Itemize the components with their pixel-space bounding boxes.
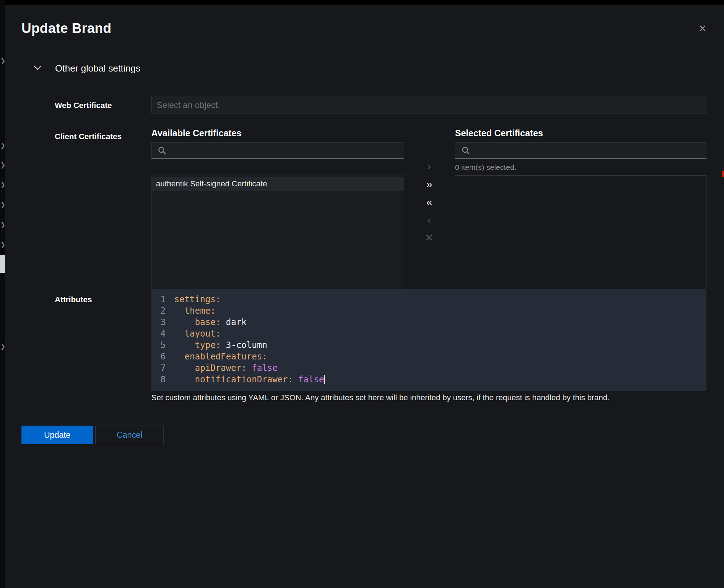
yaml-value: 3-column <box>221 340 267 350</box>
update-button[interactable]: Update <box>21 426 93 444</box>
sidebar-chevron-icon: ❯ <box>0 222 5 228</box>
cancel-button[interactable]: Cancel <box>96 426 163 444</box>
selected-certificates-title: Selected Certificates <box>455 128 706 139</box>
chevron-right-icon: › <box>427 160 431 172</box>
sidebar-chevron-icon: ❯ <box>0 343 5 349</box>
clear-selection-button[interactable]: ✕ <box>411 229 447 247</box>
chevron-down-icon <box>34 65 41 72</box>
sidebar-chevron-icon: ❯ <box>0 58 5 64</box>
clear-icon: ✕ <box>425 232 434 244</box>
line-number: 5 <box>156 339 166 351</box>
line-number: 6 <box>156 351 166 362</box>
yaml-key: settings: <box>174 294 221 304</box>
line-number: 7 <box>156 362 166 374</box>
selected-search-input[interactable] <box>455 142 706 159</box>
double-chevron-right-icon: » <box>426 178 432 190</box>
close-button[interactable]: ✕ <box>695 21 710 36</box>
web-certificate-input[interactable] <box>151 97 706 113</box>
yaml-value: false <box>246 363 278 373</box>
text-cursor <box>324 375 325 384</box>
sidebar-chevron-icon: ❯ <box>0 202 5 208</box>
line-number: 3 <box>156 317 166 328</box>
code-line: 3 base: dark <box>156 317 706 328</box>
yaml-key: theme: <box>174 306 216 316</box>
chevron-left-icon: ‹ <box>427 214 431 226</box>
yaml-key: apiDrawer: <box>174 363 246 373</box>
line-number: 1 <box>156 294 166 305</box>
line-number: 4 <box>156 328 166 339</box>
client-certificates-label: Client Certificates <box>55 132 122 141</box>
code-line: 2 theme: <box>156 305 706 317</box>
add-selected-button[interactable]: › <box>411 157 447 175</box>
attributes-help-text: Set custom attributes using YAML or JSON… <box>151 393 704 403</box>
yaml-key: layout: <box>174 329 221 339</box>
attributes-label: Attributes <box>55 295 92 304</box>
yaml-value: false <box>293 374 324 384</box>
code-line: 7 apiDrawer: false <box>156 362 706 374</box>
remove-all-button[interactable]: « <box>411 193 447 211</box>
code-line: 6 enabledFeatures: <box>156 351 706 362</box>
close-icon: ✕ <box>699 23 707 34</box>
other-global-settings-toggle[interactable]: Other global settings <box>34 63 140 74</box>
transfer-controls: › » « ‹ ✕ <box>411 157 447 247</box>
sidebar-active-indicator <box>0 255 5 273</box>
web-certificate-label: Web Certificate <box>55 101 112 110</box>
line-number: 8 <box>156 374 166 385</box>
sidebar-chevron-icon: ❯ <box>0 182 5 188</box>
line-number: 2 <box>156 305 166 317</box>
background-sidebar: ❯ ❯ ❯ ❯ ❯ ❯ ❯ ❯ <box>0 0 5 588</box>
yaml-key: notificationDrawer: <box>174 374 293 384</box>
code-line: 5 type: 3-column <box>156 339 706 351</box>
yaml-key: type: <box>174 340 221 350</box>
update-brand-modal: Update Brand ✕ Other global settings Web… <box>5 5 724 588</box>
list-item-authentik-cert[interactable]: authentik Self-signed Certificate <box>152 177 404 191</box>
yaml-key: enabledFeatures: <box>174 352 267 362</box>
selected-status: 0 item(s) selected. <box>455 163 706 172</box>
code-line: 1 settings: <box>156 294 706 305</box>
yaml-key: base: <box>174 317 221 327</box>
background-red-sliver <box>722 171 724 177</box>
sidebar-chevron-icon: ❯ <box>0 162 5 168</box>
code-line: 4 layout: <box>156 328 706 339</box>
available-search-input[interactable] <box>151 142 404 159</box>
sidebar-chevron-icon: ❯ <box>0 242 5 248</box>
yaml-value: dark <box>221 317 246 327</box>
screen: ❯ ❯ ❯ ❯ ❯ ❯ ❯ ❯ Update Brand ✕ Other glo… <box>0 0 724 588</box>
double-chevron-left-icon: « <box>426 196 432 208</box>
modal-title: Update Brand <box>21 21 112 36</box>
remove-selected-button[interactable]: ‹ <box>411 211 447 229</box>
sidebar-chevron-icon: ❯ <box>0 142 5 148</box>
add-all-button[interactable]: » <box>411 175 447 193</box>
code-line: 8 notificationDrawer: false <box>156 374 706 385</box>
attributes-code-editor[interactable]: 1 settings: 2 theme: 3 base: dark 4 layo… <box>151 289 706 391</box>
available-certificates-title: Available Certificates <box>151 128 404 139</box>
section-label: Other global settings <box>55 63 140 74</box>
